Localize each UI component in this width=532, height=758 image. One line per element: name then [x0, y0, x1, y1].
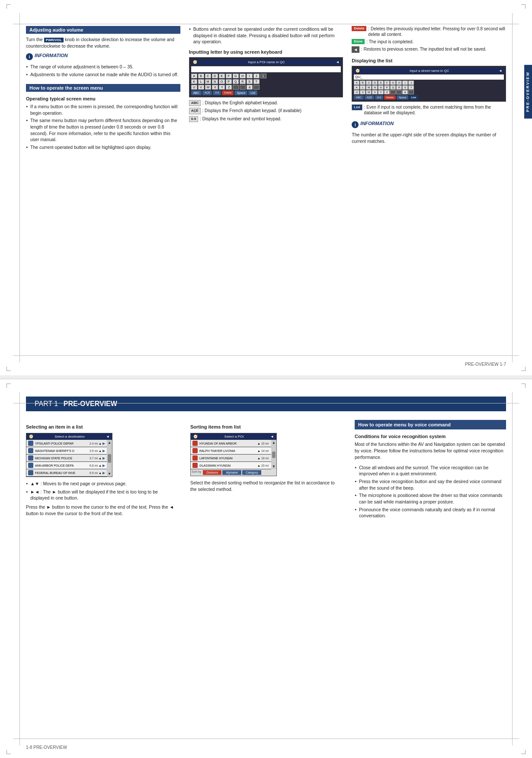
scroll-down[interactable]: ▼	[108, 472, 111, 476]
list-key-o[interactable]: O	[378, 85, 384, 90]
list-key-f[interactable]: F	[384, 81, 390, 85]
poi-row-4[interactable]: GLASSMAN HYUNDAI ▲ 23 mi	[191, 462, 271, 469]
kb-key-amp[interactable]: &	[247, 85, 253, 90]
list-key-v[interactable]: V	[360, 90, 365, 94]
list-key-h[interactable]: H	[396, 81, 402, 85]
list-btn-space[interactable]: Space	[397, 95, 408, 100]
crop-mark-2-tl	[6, 384, 11, 388]
kb-key-j[interactable]: J	[253, 74, 260, 78]
list-input-field: QU_	[354, 74, 504, 80]
kb-key-r[interactable]: R	[240, 79, 246, 84]
list-key-e[interactable]: E	[378, 81, 384, 85]
kb-key-x[interactable]: X	[212, 85, 218, 90]
poi-row-1[interactable]: HYUNDAI OF ANN ARBOR ▲ 10 mi	[191, 440, 271, 447]
kb-key-n[interactable]: N	[212, 79, 218, 84]
dest-row-3[interactable]: MICHIGAN STATE POLICE 3.7 mi ▲ ▶	[26, 455, 107, 462]
kb-key-e[interactable]: E	[219, 74, 225, 78]
scroll-up[interactable]: ▲	[108, 441, 111, 445]
list-btn-abc[interactable]: ABC	[354, 95, 363, 100]
part-header: PART 1 PRE-OVERVIEW	[26, 397, 506, 411]
dest-row-2[interactable]: WASHTENAW SHERIFF'S O 3.5 mi ▲ ▶	[26, 447, 107, 455]
list-key-w[interactable]: W	[366, 90, 372, 94]
kb-key-z[interactable]: Z	[226, 85, 232, 90]
dest-icon-header: 🧭	[29, 435, 33, 439]
list-key-g[interactable]: G	[390, 81, 396, 85]
list-btn-09[interactable]: 0-9	[375, 95, 383, 100]
dest-right-2[interactable]: ▶	[103, 449, 105, 453]
list-key-m[interactable]: M	[366, 85, 372, 90]
kb-key-m[interactable]: M	[205, 79, 211, 84]
kb-btn-list[interactable]: List	[248, 90, 257, 95]
dest-row-1[interactable]: YPSILANTI POLICE DEPAR 2.4 mi ▲ ▶	[26, 440, 107, 447]
col2-bullet-1: Buttons which cannot be operated under t…	[189, 26, 343, 45]
list-key-l[interactable]: L	[360, 85, 365, 90]
kb-key-c[interactable]: C	[205, 74, 211, 78]
dest-right-1[interactable]: ▶	[103, 442, 105, 445]
dest-icon-4	[28, 463, 33, 468]
poi-icon-2	[192, 448, 198, 453]
list-key-d[interactable]: D	[372, 81, 378, 85]
poi-scroll-up[interactable]: ▲	[272, 441, 276, 445]
voice-header: How to operate menu by voice command	[355, 420, 506, 429]
kb-key-o[interactable]: O	[219, 79, 225, 84]
kb-key-a[interactable]: A	[191, 74, 197, 78]
list-key-x[interactable]: X	[372, 90, 378, 94]
kb-key-k[interactable]: K	[191, 79, 197, 84]
list-key-u[interactable]: U	[354, 90, 359, 94]
list-key-b[interactable]: B	[360, 81, 365, 85]
list-key-y[interactable]: Y	[378, 90, 384, 94]
kb-key-w[interactable]: W	[205, 85, 212, 90]
kb-key-b[interactable]: B	[198, 74, 204, 78]
dest-right-4[interactable]: ▶	[103, 464, 105, 468]
list-btn-list[interactable]: List	[409, 95, 418, 100]
list-key-j[interactable]: J	[408, 81, 414, 85]
sort-btn-category[interactable]: Category	[242, 470, 261, 475]
kb-key-sp1	[233, 85, 239, 90]
top-rule	[13, 24, 519, 24]
kb-key-s[interactable]: S	[247, 79, 253, 84]
kb-key-v[interactable]: V	[198, 85, 204, 90]
kb-btn-delete[interactable]: Delete	[222, 90, 234, 95]
dest-dist-2: 3.5 mi	[90, 449, 98, 452]
kb-key-f[interactable]: F	[226, 74, 232, 78]
list-key-z[interactable]: Z	[384, 90, 390, 94]
dest-right-5[interactable]: ▶	[103, 471, 105, 475]
list-key-s[interactable]: S	[402, 85, 408, 90]
kb-key-g[interactable]: G	[233, 74, 239, 78]
poi-scroll-down[interactable]: ▼	[272, 464, 276, 468]
kb-key-u[interactable]: U	[191, 85, 197, 90]
dest-row-4[interactable]: ANN ARBOR POLICE DEPA 6.8 mi ▲ ▶	[26, 462, 107, 469]
list-key-a[interactable]: A	[354, 81, 359, 85]
poi-scrollbar[interactable]: ▲ ▼	[271, 440, 276, 469]
kb-key-h[interactable]: H	[240, 74, 246, 78]
kb-btn-space[interactable]: Space	[234, 90, 247, 95]
list-key-amp[interactable]: &	[402, 90, 408, 94]
kb-btn-ace[interactable]: AÇÉ	[202, 90, 212, 95]
list-key-q[interactable]: Q	[390, 85, 396, 90]
list-btn-delete[interactable]: Delete	[384, 95, 396, 100]
list-btn-ace[interactable]: AÇÉ	[365, 95, 374, 100]
poi-row-2[interactable]: RALPH THAYER LIVONIA ▲ 14 mi	[191, 447, 271, 455]
kb-key-l[interactable]: L	[198, 79, 204, 84]
list-key-p[interactable]: P	[384, 85, 390, 90]
poi-row-3[interactable]: LAFONTAINE HYUNDAI ▲ 19 mi	[191, 455, 271, 462]
list-key-k[interactable]: K	[354, 85, 359, 90]
kb-key-t[interactable]: T	[253, 79, 260, 84]
kb-btn-09[interactable]: 0-9	[213, 90, 221, 95]
sort-btn-distance[interactable]: Distance	[203, 470, 221, 475]
kb-key-i[interactable]: I	[247, 74, 253, 78]
kb-key-q[interactable]: Q	[233, 79, 239, 84]
list-key-c[interactable]: C	[366, 81, 372, 85]
kb-key-d[interactable]: D	[212, 74, 218, 78]
dest-right-3[interactable]: ▶	[103, 456, 105, 460]
list-key-i[interactable]: I	[402, 81, 408, 85]
kb-key-y[interactable]: Y	[219, 85, 225, 90]
kb-btn-abc[interactable]: ABC	[191, 90, 202, 95]
dest-row-5[interactable]: FEDERAL BUREAU OF INVE 6.9 mi ▲ ▶	[26, 469, 107, 477]
sort-btn-alphabet[interactable]: Alphabet	[222, 470, 241, 475]
list-key-r[interactable]: R	[396, 85, 402, 90]
kb-key-p[interactable]: P	[226, 79, 232, 84]
scrollbar[interactable]: ▲ ▼	[107, 440, 112, 477]
list-key-t[interactable]: T	[408, 85, 414, 90]
list-key-n[interactable]: N	[372, 85, 378, 90]
